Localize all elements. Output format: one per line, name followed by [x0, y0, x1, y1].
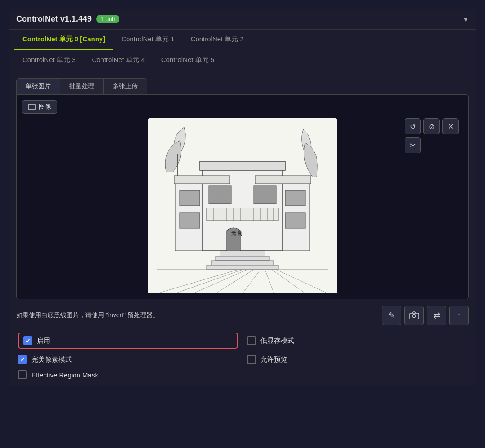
svg-rect-27 — [216, 256, 269, 261]
image-controls: ↺ ⊘ ✕ ✂ — [405, 118, 459, 153]
sub-tab-multi[interactable]: 多张上传 — [104, 79, 147, 94]
tab-unit-2[interactable]: ControlNet 单元 2 — [183, 30, 252, 50]
svg-rect-5 — [255, 176, 311, 184]
low-vram-checkbox[interactable] — [247, 336, 256, 345]
tab-unit-0[interactable]: ControlNet 单元 0 [Canny] — [14, 30, 113, 50]
action-buttons: ✎ ⇄ ↑ — [382, 306, 469, 325]
options-grid: 启用 低显存模式 完美像素模式 允许预览 Effective Region Ma… — [16, 333, 469, 379]
tab-unit-5[interactable]: ControlNet 单元 5 — [153, 50, 222, 71]
panel-title: ControlNet v1.1.449 — [16, 14, 92, 24]
sketch-image-area[interactable]: 元 制 — [148, 118, 337, 293]
image-icon — [28, 104, 36, 110]
svg-rect-26 — [220, 251, 265, 256]
region-mask-label: Effective Region Mask — [31, 371, 98, 379]
region-mask-checkbox[interactable] — [18, 370, 27, 379]
option-pixel-perfect: 完美像素模式 — [18, 355, 238, 364]
enable-checkbox[interactable] — [23, 336, 32, 345]
notice-text: 如果使用白底黑线图片，请使用 "invert" 预处理器。 — [16, 311, 377, 319]
image-ctrl-row-1: ↺ ⊘ ✕ — [405, 118, 459, 134]
tab-unit-1[interactable]: ControlNet 单元 1 — [113, 30, 182, 50]
image-ctrl-row-2: ✂ — [405, 137, 459, 153]
pixel-perfect-label: 完美像素模式 — [31, 355, 72, 364]
sub-tab-batch[interactable]: 批量处理 — [60, 79, 104, 94]
notice-row: 如果使用白底黑线图片，请使用 "invert" 预处理器。 ✎ ⇄ ↑ — [16, 306, 469, 325]
camera-action-button[interactable] — [404, 306, 424, 325]
panel-content: 单张图片 批量处理 多张上传 图像 — [9, 71, 476, 386]
svg-rect-25 — [285, 213, 305, 228]
svg-text:元 制: 元 制 — [231, 231, 242, 236]
image-wrapper: 元 制 ↺ ⊘ ✕ ✂ — [22, 118, 463, 293]
upload-action-button[interactable]: ↑ — [449, 306, 469, 325]
collapse-arrow[interactable]: ▼ — [463, 16, 469, 23]
erase-button[interactable]: ⊘ — [423, 118, 440, 134]
enable-label: 启用 — [37, 337, 50, 345]
svg-rect-6 — [200, 161, 285, 170]
option-low-vram: 低显存模式 — [247, 333, 467, 349]
tab-unit-4[interactable]: ControlNet 单元 4 — [84, 50, 153, 71]
svg-point-41 — [412, 314, 416, 318]
edit-action-button[interactable]: ✎ — [382, 306, 401, 325]
option-allow-preview: 允许预览 — [247, 355, 467, 364]
sub-tabs: 单张图片 批量处理 多张上传 — [16, 78, 147, 94]
close-button[interactable]: ✕ — [442, 118, 459, 134]
swap-action-button[interactable]: ⇄ — [427, 306, 446, 325]
svg-rect-22 — [180, 190, 200, 206]
allow-preview-label: 允许预览 — [260, 355, 287, 364]
svg-rect-23 — [180, 213, 200, 228]
header-left: ControlNet v1.1.449 1 unit — [16, 14, 119, 24]
tabs-row-2: ControlNet 单元 3 ControlNet 单元 4 ControlN… — [9, 50, 476, 71]
scissors-button[interactable]: ✂ — [405, 137, 421, 153]
rotate-button[interactable]: ↺ — [405, 118, 421, 134]
svg-rect-28 — [211, 261, 274, 265]
svg-rect-4 — [174, 176, 230, 184]
camera-icon — [409, 311, 419, 319]
svg-rect-29 — [207, 265, 278, 270]
unit-badge: 1 unit — [96, 15, 119, 23]
allow-preview-checkbox[interactable] — [247, 355, 256, 364]
tabs-row-1: ControlNet 单元 0 [Canny] ControlNet 单元 1 … — [9, 30, 476, 50]
building-sketch-svg: 元 制 — [148, 118, 337, 293]
option-region-mask: Effective Region Mask — [18, 370, 238, 379]
image-panel: 图像 — [16, 94, 469, 299]
pixel-perfect-checkbox[interactable] — [18, 355, 27, 364]
svg-rect-24 — [285, 190, 305, 206]
svg-rect-7 — [207, 208, 278, 221]
sub-tab-single[interactable]: 单张图片 — [17, 79, 60, 94]
controlnet-panel: ControlNet v1.1.449 1 unit ▼ ControlNet … — [9, 9, 476, 386]
panel-header: ControlNet v1.1.449 1 unit ▼ — [9, 9, 476, 30]
low-vram-label: 低显存模式 — [260, 337, 294, 345]
tab-unit-3[interactable]: ControlNet 单元 3 — [14, 50, 84, 71]
image-label-button[interactable]: 图像 — [22, 100, 57, 114]
option-enable: 启用 — [18, 333, 238, 349]
image-label-text: 图像 — [39, 103, 51, 111]
